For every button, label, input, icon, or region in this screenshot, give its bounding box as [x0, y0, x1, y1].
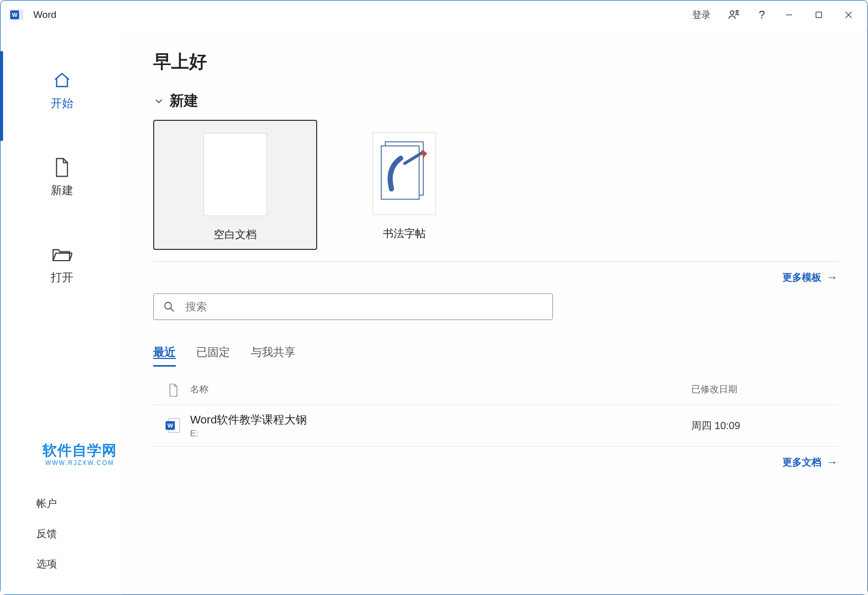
folder-open-icon	[52, 244, 72, 265]
login-button[interactable]: 登录	[685, 9, 718, 21]
word-app-icon: W	[10, 8, 24, 22]
search-input[interactable]	[185, 301, 543, 313]
new-section-toggle[interactable]: 新建	[153, 91, 838, 111]
more-documents-link[interactable]: 更多文档 →	[153, 456, 838, 469]
app-window: W Word 登录 ?	[0, 0, 868, 595]
titlebar: W Word 登录 ?	[1, 1, 867, 29]
sidebar-item-options[interactable]: 选项	[1, 549, 123, 579]
recent-list: 名称 已修改日期 W Word软件教学课程大钢 E: 周四 10:09	[153, 376, 838, 447]
watermark: 软件自学网 WWW.RJZXW.COM	[43, 441, 117, 466]
calligraphy-thumb	[373, 132, 436, 215]
divider	[153, 261, 838, 262]
template-blank-document[interactable]: 空白文档	[153, 120, 317, 250]
svg-text:W: W	[168, 422, 173, 429]
close-button[interactable]	[834, 4, 863, 26]
blank-thumb	[203, 133, 267, 216]
template-label: 书法字帖	[383, 226, 426, 241]
account-manager-icon[interactable]	[718, 4, 750, 26]
main-content: 早上好 新建 空白文档	[123, 29, 867, 594]
sidebar-item-open[interactable]: 打开	[1, 234, 123, 321]
arrow-right-icon: →	[826, 456, 838, 469]
template-label: 空白文档	[214, 227, 257, 242]
sidebar-item-label: 打开	[51, 270, 73, 285]
chevron-down-icon	[153, 95, 164, 107]
tab-shared[interactable]: 与我共享	[251, 345, 296, 367]
svg-point-11	[165, 303, 172, 309]
greeting-title: 早上好	[153, 50, 838, 74]
template-calligraphy[interactable]: 书法字帖	[343, 120, 466, 250]
svg-line-12	[171, 308, 174, 311]
svg-text:W: W	[12, 12, 17, 18]
svg-point-3	[736, 10, 738, 12]
maximize-button[interactable]	[804, 4, 834, 26]
sidebar-item-label: 开始	[51, 96, 73, 111]
sidebar: 开始 新建 打开 软件自学网 WWW.RJZXW.COM	[1, 29, 123, 594]
watermark-main: 软件自学网	[43, 441, 117, 460]
file-path: E:	[190, 429, 691, 439]
new-doc-icon	[52, 157, 72, 178]
col-name-header[interactable]: 名称	[190, 383, 691, 397]
watermark-sub: WWW.RJZXW.COM	[43, 459, 117, 466]
list-header: 名称 已修改日期	[153, 376, 838, 405]
active-indicator	[1, 51, 3, 141]
search-box[interactable]	[153, 293, 553, 320]
svg-rect-9	[381, 146, 419, 199]
arrow-right-icon: →	[826, 271, 838, 284]
app-title: Word	[33, 9, 56, 20]
sidebar-item-label: 新建	[51, 183, 73, 198]
search-icon	[163, 301, 175, 313]
more-templates-label: 更多模板	[782, 271, 821, 284]
sidebar-item-account[interactable]: 帐户	[1, 488, 123, 519]
sidebar-item-feedback[interactable]: 反馈	[1, 519, 123, 549]
recent-tabs: 最近 已固定 与我共享	[153, 345, 838, 367]
home-icon	[52, 70, 72, 91]
help-button[interactable]: ?	[750, 4, 774, 26]
file-date: 周四 10:09	[691, 419, 835, 433]
svg-rect-5	[816, 12, 822, 18]
more-templates-link[interactable]: 更多模板 →	[153, 271, 838, 284]
svg-point-2	[730, 11, 734, 14]
tab-recent[interactable]: 最近	[153, 345, 176, 367]
list-item[interactable]: W Word软件教学课程大钢 E: 周四 10:09	[153, 405, 838, 446]
doc-header-icon	[156, 383, 190, 397]
new-section-title: 新建	[170, 91, 198, 111]
word-file-icon: W	[156, 417, 190, 434]
more-documents-label: 更多文档	[782, 456, 821, 469]
col-date-header[interactable]: 已修改日期	[691, 383, 835, 397]
tab-pinned[interactable]: 已固定	[196, 345, 230, 367]
sidebar-item-new[interactable]: 新建	[1, 147, 123, 234]
minimize-button[interactable]	[774, 4, 804, 26]
sidebar-item-home[interactable]: 开始	[1, 60, 123, 147]
file-title: Word软件教学课程大钢	[190, 412, 691, 428]
